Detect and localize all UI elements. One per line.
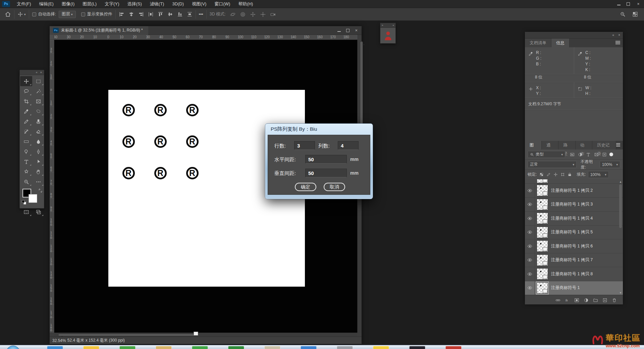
taskbar-app-4[interactable]: [156, 346, 172, 349]
move-tool-preset-icon[interactable]: [17, 11, 23, 17]
taskbar-app-1[interactable]: [47, 346, 63, 349]
menu-item[interactable]: 文件(F): [13, 0, 35, 8]
lock-artboard-icon[interactable]: [560, 172, 565, 177]
search-icon[interactable]: [620, 11, 626, 17]
menu-item[interactable]: 3D(D): [168, 0, 188, 8]
eyedropper-cmyk-icon[interactable]: [578, 51, 583, 56]
layer-visibility-toggle[interactable]: [525, 253, 535, 267]
default-colors-icon[interactable]: [22, 200, 26, 205]
path-selection-tool[interactable]: [32, 157, 44, 167]
注册商标符号 1 拷贝 2[interactable]: 注册商标符号 1 拷贝 2: [525, 184, 623, 198]
filter-shape-layers-icon[interactable]: [594, 152, 599, 157]
3d-orbit-icon[interactable]: [230, 11, 236, 17]
pencil-tool[interactable]: [20, 116, 32, 126]
more-align-options[interactable]: •••: [199, 12, 203, 17]
layer-visibility-toggle[interactable]: [525, 281, 535, 295]
opacity-dropdown[interactable]: 100% ▾: [600, 161, 620, 168]
3d-roll-icon[interactable]: [240, 11, 246, 17]
tool-preset-caret-icon[interactable]: ▾: [24, 13, 26, 16]
new-group-icon[interactable]: [593, 298, 598, 303]
align-right-edges-icon[interactable]: [138, 11, 144, 17]
eyedropper-tool[interactable]: [20, 106, 32, 116]
panel-tab[interactable]: 动作: [576, 141, 592, 150]
align-left-edges-icon[interactable]: [119, 11, 124, 17]
3d-pan-icon[interactable]: [250, 11, 256, 17]
cols-input[interactable]: [338, 141, 359, 150]
layer-visibility-toggle[interactable]: [525, 267, 535, 281]
type-tool[interactable]: [20, 157, 32, 167]
doc-minimize-button[interactable]: [337, 29, 341, 32]
layer-thumbnail[interactable]: [537, 282, 548, 294]
collapse-dock-icon[interactable]: «: [612, 33, 614, 37]
expand-panel-icon[interactable]: »: [382, 24, 383, 27]
eyedropper-rgb-icon[interactable]: [528, 51, 533, 56]
app-close-button[interactable]: ×: [636, 2, 641, 6]
panel-tab[interactable]: 路径: [558, 141, 575, 150]
menu-item[interactable]: 窗口(W): [210, 0, 234, 8]
custom-shape-tool[interactable]: [20, 167, 32, 177]
show-transform-checkbox[interactable]: [81, 12, 85, 16]
taskbar-app-8[interactable]: [301, 346, 317, 349]
h-spacing-input[interactable]: [305, 155, 347, 164]
注册商标符号 1 拷贝 3[interactable]: 注册商标符号 1 拷贝 3: [525, 198, 623, 212]
scroll-thumb[interactable]: [58, 334, 199, 336]
scroll-down-icon[interactable]: ▼: [619, 291, 623, 294]
quick-mask-button[interactable]: [20, 207, 32, 217]
horizontal-ruler[interactable]: 4030201001020304050607080901001101201301…: [54, 35, 357, 40]
home-icon[interactable]: [5, 11, 11, 17]
horizontal-scrollbar[interactable]: [54, 333, 357, 337]
scroll-thumb[interactable]: [360, 41, 363, 128]
zoom-tool[interactable]: [20, 177, 32, 187]
scroll-up-icon[interactable]: ▲: [619, 180, 623, 183]
panel-tab[interactable]: 文档清单: [525, 39, 551, 47]
menu-item[interactable]: 选择(S): [123, 0, 146, 8]
taskbar-app-3[interactable]: [119, 346, 136, 349]
blur-tool[interactable]: [32, 136, 44, 147]
link-layers-icon[interactable]: [555, 298, 560, 303]
eraser-tool[interactable]: [32, 126, 44, 136]
panel-tab[interactable]: 历史记录: [592, 141, 616, 150]
add-layer-mask-icon[interactable]: [574, 298, 579, 303]
layer-thumbnail[interactable]: [537, 179, 548, 183]
background-color-swatch[interactable]: [29, 194, 37, 203]
dialog-title[interactable]: PS阵列复制 By：Biu: [265, 124, 373, 135]
start-button[interactable]: [6, 346, 20, 349]
lock-all-icon[interactable]: [568, 172, 572, 177]
align-top-edges-icon[interactable]: [158, 11, 163, 17]
fill-dropdown[interactable]: 100% ▾: [588, 171, 609, 178]
注册商标符号 1 拷贝 7[interactable]: 注册商标符号 1 拷贝 7: [525, 253, 623, 268]
注册商标符号 1 拷贝 8[interactable]: 注册商标符号 1 拷贝 8: [525, 267, 623, 281]
rows-input[interactable]: [294, 141, 315, 150]
menu-item[interactable]: 编辑(E): [35, 0, 58, 8]
lock-image-pixels-icon[interactable]: [546, 172, 551, 177]
document-tab[interactable]: Ps 未标题-1 @ 32.5% (注册商标符号 1, RGB/8) *: [50, 26, 148, 35]
menu-item[interactable]: 文字(Y): [101, 0, 123, 8]
distribute-horizontal-icon[interactable]: [148, 11, 154, 17]
dodge-tool[interactable]: [20, 147, 32, 157]
3d-camera-icon[interactable]: [270, 11, 276, 17]
layer-visibility-toggle[interactable]: [525, 212, 535, 225]
screen-mode-button[interactable]: [32, 207, 44, 217]
layer-thumbnail[interactable]: [537, 268, 548, 280]
filter-smart-objects-icon[interactable]: [602, 152, 607, 157]
magic-wand-tool[interactable]: [32, 86, 44, 96]
layer-visibility-toggle[interactable]: [525, 239, 535, 253]
taskbar-app-11[interactable]: [409, 346, 425, 349]
align-vertical-centers-icon[interactable]: [167, 11, 173, 17]
menu-item[interactable]: 滤镜(T): [146, 0, 168, 8]
layer-visibility-toggle[interactable]: [525, 226, 535, 239]
注册商标符号 1 拷贝 4[interactable]: 注册商标符号 1 拷贝 4: [525, 212, 623, 226]
taskbar-app-7[interactable]: [264, 346, 280, 349]
taskbar-app-5[interactable]: [192, 346, 208, 349]
slice-tool[interactable]: [32, 96, 44, 106]
menu-item[interactable]: 图像(I): [58, 0, 78, 8]
distribute-vertical-icon[interactable]: [187, 11, 193, 17]
layer-thumbnail[interactable]: [537, 213, 548, 224]
app-minimize-button[interactable]: [617, 3, 621, 5]
doc-close-button[interactable]: ×: [355, 28, 358, 33]
menu-item[interactable]: 帮助(H): [234, 0, 257, 8]
close-panel-icon[interactable]: ×: [392, 24, 394, 27]
lasso-tool[interactable]: [20, 86, 32, 96]
layer-thumbnail[interactable]: [537, 199, 548, 210]
注册商标符号 1 拷贝 6[interactable]: 注册商标符号 1 拷贝 6: [525, 239, 623, 253]
